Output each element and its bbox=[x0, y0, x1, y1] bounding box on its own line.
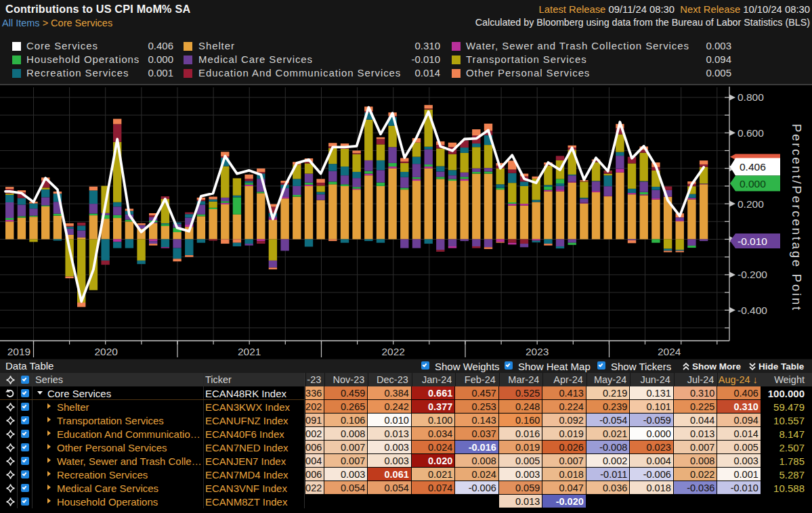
svg-text:2021: 2021 bbox=[238, 346, 261, 357]
svg-text:2019: 2019 bbox=[7, 346, 30, 357]
svg-text:-0.400: -0.400 bbox=[738, 305, 767, 316]
svg-text:0.200: 0.200 bbox=[738, 198, 764, 210]
svg-text:0.600: 0.600 bbox=[738, 127, 764, 139]
svg-text:Percent/Percentage Point: Percent/Percentage Point bbox=[790, 124, 804, 312]
svg-text:2023: 2023 bbox=[526, 346, 549, 357]
svg-text:2022: 2022 bbox=[381, 346, 404, 357]
svg-text:2020: 2020 bbox=[94, 346, 118, 357]
svg-text:2024: 2024 bbox=[658, 346, 681, 357]
svg-text:-0.010: -0.010 bbox=[738, 236, 767, 247]
svg-text:-0.200: -0.200 bbox=[738, 269, 767, 280]
svg-text:0.800: 0.800 bbox=[738, 91, 764, 103]
svg-text:0.000: 0.000 bbox=[740, 178, 766, 189]
svg-text:0.406: 0.406 bbox=[740, 161, 766, 173]
